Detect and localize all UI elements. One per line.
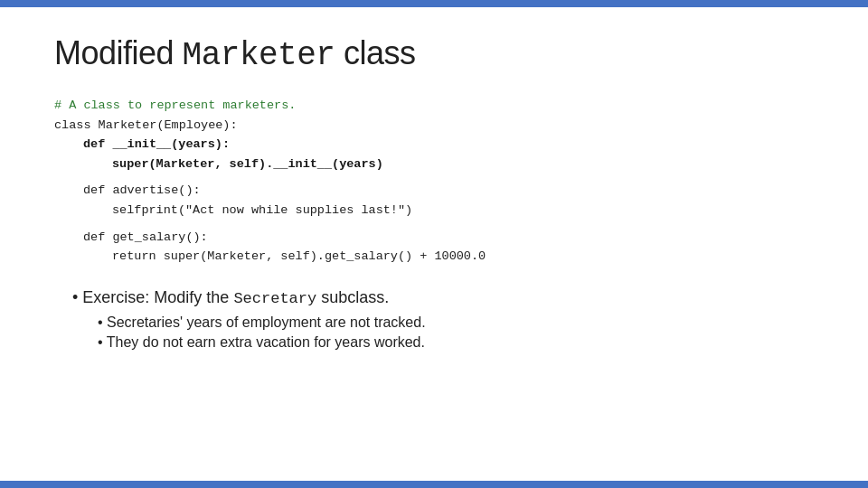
code-line1: class Marketer(Employee): [54,116,814,136]
bullet-main-prefix: Exercise: Modify the [82,288,233,306]
bullet-sub2: They do not earn extra vacation for year… [98,334,814,351]
bullet-main-mono: Secretary [233,290,316,307]
top-bar [0,0,868,7]
title-suffix: class [335,34,415,71]
bullet-section: Exercise: Modify the Secretary subclass.… [54,288,814,351]
bullet-main-suffix: subclass. [316,288,389,306]
title-prefix: Modified [54,34,183,71]
title-mono: Marketer [183,37,335,74]
code-line7: return super(Marketer, self).get_salary(… [54,247,814,267]
code-line2: def __init__(years): [54,135,814,155]
bottom-bar [0,481,868,488]
bullet-main: Exercise: Modify the Secretary subclass. [72,288,814,307]
page-title: Modified Marketer class [54,34,814,74]
code-block: # A class to represent marketers. class … [54,96,814,267]
code-comment: # A class to represent marketers. [54,96,814,116]
code-line5: selfprint("Act now while supplies last!"… [54,201,814,221]
main-content: Modified Marketer class # A class to rep… [0,7,868,372]
bullet-sub1: Secretaries' years of employment are not… [98,314,814,331]
code-line6: def get_salary(): [54,228,814,248]
code-line4: def advertise(): [54,181,814,201]
code-line3: super(Marketer, self).__init__(years) [54,155,814,174]
